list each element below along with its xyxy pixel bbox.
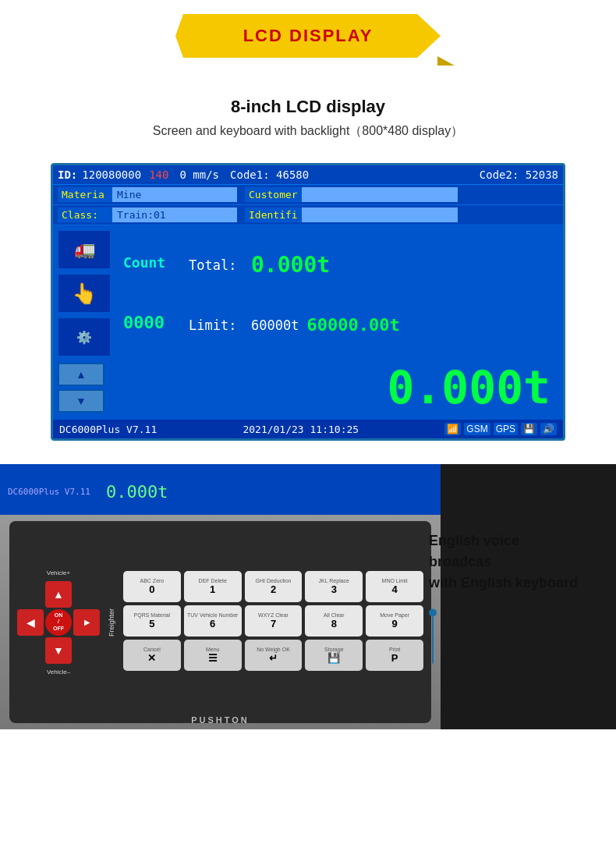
key-noweigh[interactable]: No Weigh OK↵ [245,640,303,671]
keyboard-inner: Vehicle+ ▲ ◀ ON/OFF ▶ ▼ Vehicle– [9,521,431,723]
lcd-count-value: 0000 [123,313,173,332]
connector-line [432,617,434,664]
materia-label: Materia [58,187,112,202]
lcd-top-row: ID: 120080000 140 0 mm/s Code1: 46580 Co… [53,165,563,185]
lcd-icon-small: ⚙️ [58,317,111,356]
lcd-count-label: Count [123,254,173,271]
lcd-status-version: DC6000Plus V7.11 [59,424,157,435]
dpad-empty-br [73,637,100,664]
key-9[interactable]: Move Paper9 [366,605,423,637]
customer-value [302,187,458,202]
device-bezel: Vehicle+ ▲ ◀ ON/OFF ▶ ▼ Vehicle– [0,515,441,729]
lcd-id-red: 140 [149,168,168,181]
lcd-speed: 0 mm/s [179,168,219,181]
device-body: DC6000Plus V7.11 0.000t Vehicle+ ▲ ◀ ON [0,464,441,729]
lcd-display: ID: 120080000 140 0 mm/s Code1: 46580 Co… [51,163,565,441]
key-8[interactable]: All Clear8 [305,605,363,637]
wifi-icon: 📶 [444,423,461,435]
banner-background: LCD DISPLAY [175,14,441,58]
lcd-total-label: Total: [189,257,243,273]
gps-icon: GPS [494,423,518,435]
subtitle-section: 8-inch LCD display Screen and keyboard w… [153,97,463,140]
lcd-code1: Code1: 46580 [230,168,309,181]
banner-title: LCD DISPLAY [243,26,373,46]
banner-section: LCD DISPLAY [175,14,441,58]
disk-icon: 💾 [521,423,537,435]
dpad-right[interactable]: ▶ [73,609,100,636]
lcd-status-bar: DC6000Plus V7.11 2021/01/23 11:10:25 📶 G… [53,419,563,438]
lcd-big-value: 0.000t [387,361,551,414]
banner-tail [437,56,455,66]
lcd-big-number-area: 0.000t [111,361,558,414]
speaker-icon: 🔊 [540,423,557,435]
customer-label: Customer [245,187,302,202]
dpad-down[interactable]: ▼ [45,637,72,664]
lcd-big-row: ▲ ▼ 0.000t [53,361,563,419]
dpad-center[interactable]: ON/OFF [45,609,72,636]
freighter-label: Freighter [108,591,115,654]
english-voice-line1: English voice broadcas [429,530,585,573]
subtitle-main: 8-inch LCD display [153,97,463,117]
english-voice-section: English voice broadcas with English keyb… [429,530,585,664]
lcd-totals-column: Total: 0.000t Limit: 60000t 60000.00t [186,230,558,356]
dpad-empty-tl [17,581,44,608]
class-label: Class: [58,207,112,222]
key-2[interactable]: GHI Deduction2 [245,571,303,602]
lcd-down-arrow[interactable]: ▼ [58,389,104,413]
kb-number-grid: ABC Zero0 DEF Delete1 GHI Deduction2 JKL… [123,571,423,674]
key-7[interactable]: WXYZ Clear7 [245,605,303,637]
lcd-limit-row: Limit: 60000t 60000.00t [189,315,555,335]
lcd-limit-left: 60000t [251,317,299,333]
lcd-code2: Code2: 52038 [480,168,558,181]
english-voice-line2: with English keyboard [429,573,585,594]
materia-value: Mine [112,187,237,202]
key-3[interactable]: JKL Replace3 [305,571,363,602]
dpad-empty-bl [17,637,44,664]
key-4[interactable]: MNO Limit4 [366,571,423,602]
dpad-up[interactable]: ▲ [45,581,72,608]
identifi-value [302,207,458,222]
lcd-icons-column: 🚛 👆 ⚙️ [58,230,111,356]
key-6[interactable]: TUV Vehicle Number6 [184,605,242,637]
gsm-icon: GSM [464,423,490,435]
lcd-up-arrow[interactable]: ▲ [58,363,104,386]
lcd-class-row: Class: Train:01 Identifi [53,205,563,225]
key-cancel[interactable]: Cancel✕ [123,640,181,671]
key-5[interactable]: PQRS Material5 [123,605,181,637]
device-screen-version: DC6000Plus V7.11 [8,487,90,497]
device-screen-top: DC6000Plus V7.11 0.000t [0,464,441,519]
lcd-middle-area: 🚛 👆 ⚙️ Count 0000 Total: 0.000t Limit: 6… [53,225,563,361]
key-print[interactable]: PrintP [366,640,423,671]
key-1[interactable]: DEF Delete1 [184,571,242,602]
device-screen-value: 0.000t [106,482,168,502]
identifi-label: Identifi [245,207,302,222]
key-menu[interactable]: Menu☰ [184,640,242,671]
dpad-left[interactable]: ◀ [17,609,44,636]
lcd-limit-right: 60000.00t [306,315,399,335]
lcd-id-value: 120080000 [82,168,141,181]
lcd-total-value: 0.000t [251,252,330,278]
lcd-icon-finger: 👆 [58,274,111,313]
lcd-total-row: Total: 0.000t [189,252,555,278]
key-storage[interactable]: Storage💾 [305,640,363,671]
lcd-status-datetime: 2021/01/23 11:10:25 [243,424,359,435]
dpad-empty-tr [73,581,100,608]
class-value: Train:01 [112,207,237,222]
keyboard-section: DC6000Plus V7.11 0.000t Vehicle+ ▲ ◀ ON [0,464,616,729]
dpad-grid: ▲ ◀ ON/OFF ▶ ▼ [17,581,100,664]
dpad-area: Vehicle+ ▲ ◀ ON/OFF ▶ ▼ Vehicle– [17,569,100,676]
lcd-count-area: Count 0000 [117,230,179,356]
subtitle-sub: Screen and keyboard with backlight（800*4… [153,123,463,140]
lcd-limit-label: Limit: [189,317,243,333]
key-0[interactable]: ABC Zero0 [123,571,181,602]
lcd-icon-truck: 🚛 [58,230,111,269]
lcd-status-icons: 📶 GSM GPS 💾 🔊 [444,423,557,435]
lcd-materia-row: Materia Mine Customer [53,185,563,205]
vehicle-minus-label: Vehicle– [47,668,70,676]
vehicle-plus-label: Vehicle+ [47,569,70,576]
pushton-label: PUSHTON [191,715,250,725]
lcd-id-label: ID: [58,168,77,181]
connector-dot [429,609,437,617]
lcd-arrows-column: ▲ ▼ [58,361,111,414]
